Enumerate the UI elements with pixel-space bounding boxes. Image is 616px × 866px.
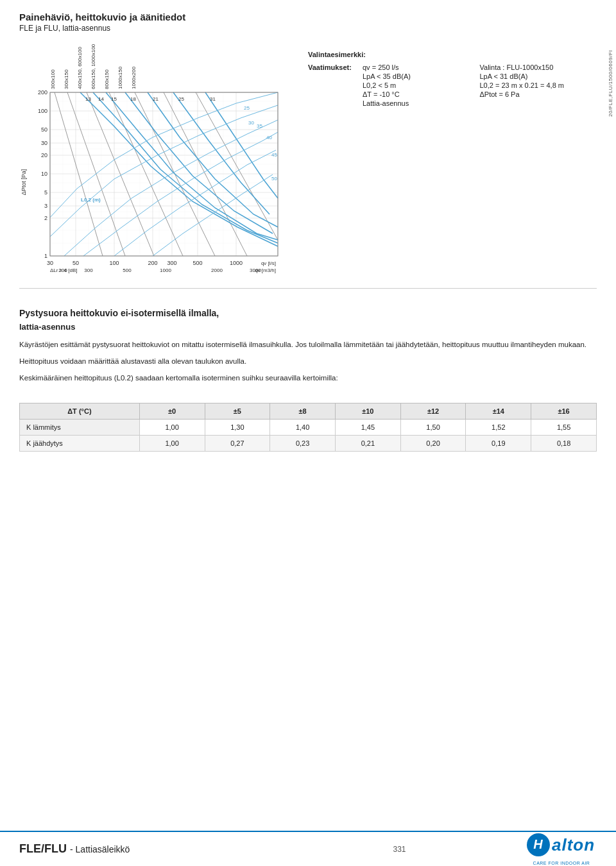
svg-text:30: 30 [248, 120, 254, 126]
lammitys-14: 1,52 [466, 420, 531, 436]
svg-text:15: 15 [111, 96, 117, 102]
k-table: ΔT (°C) ±0 ±5 ±8 ±10 ±12 ±14 ±16 K lämmi… [19, 403, 597, 452]
col-header-2: 300x150 [64, 44, 69, 89]
svg-text:qv [m3/h]: qv [m3/h] [255, 267, 276, 273]
lower-section: Pystysuora heittokuvio ei-isotermisellä … [0, 301, 616, 458]
halton-svg: H alton [526, 833, 597, 857]
section-divider [19, 288, 597, 289]
footer-logo: H alton Care FOR IndOOR AIR [526, 833, 597, 865]
page-container: 20/FLE,FLU/1500/0609/FI Painehäviö, heit… [0, 0, 616, 866]
svg-text:40: 40 [266, 135, 272, 140]
page-number: 331 [393, 845, 406, 854]
svg-text:500: 500 [123, 267, 132, 273]
table-header-14: ±14 [466, 403, 531, 420]
row-label-jaahdytys: K jäähdytys [20, 436, 140, 452]
jaahdytys-10: 0,21 [335, 436, 400, 452]
jaahdytys-5: 0,27 [205, 436, 270, 452]
req-1: qv = 250 l/s [363, 64, 480, 71]
col-header-5: 800x150 [104, 44, 110, 89]
brand-name: H alton [526, 833, 597, 861]
sel-1: Valinta : FLU-1000x150 [480, 64, 597, 71]
svg-text:13: 13 [85, 96, 91, 102]
sel-3: L0,2 = 23 m x 0.21 = 4,8 m [480, 81, 597, 89]
svg-text:30: 30 [41, 140, 47, 146]
footer-page: 331 [273, 845, 526, 854]
svg-text:300: 300 [167, 260, 176, 266]
svg-text:14: 14 [98, 96, 104, 102]
svg-text:10: 10 [41, 171, 47, 177]
lammitys-0: 1,00 [139, 420, 205, 436]
sel-2: LpA < 31 dB(A) [480, 72, 597, 80]
page-subtitle: FLE ja FLU, lattia-asennus [19, 24, 597, 33]
page-title: Painehäviö, heittokuvio ja äänitiedot [19, 12, 597, 22]
svg-text:21: 21 [153, 96, 158, 102]
valinta-col: Valinta : FLU-1000x150 LpA < 31 dB(A) L0… [480, 64, 597, 108]
chart-area: 300x100 300x150 400x150, 600x100 600x150… [19, 38, 289, 275]
svg-text:1: 1 [44, 253, 47, 259]
col-header-4: 600x150, 1000x100 [90, 44, 96, 89]
req-4: ΔT = -10 °C [363, 90, 480, 98]
sel-4: ΔPtot = 6 Pa [480, 90, 597, 98]
svg-text:45: 45 [271, 152, 277, 158]
lammitys-5: 1,30 [205, 420, 270, 436]
brand-tagline: Care FOR IndOOR AIR [533, 861, 590, 865]
lower-para-3: Keskimääräinen heittopituus (L0.2) saada… [19, 373, 597, 384]
footer-product: FLE/FLU - Lattiasäleikkö [19, 842, 273, 856]
vaatimukset-label: Vaatimukset: [308, 64, 363, 108]
svg-text:ΔLr = 4 [dB]: ΔLr = 4 [dB] [50, 267, 77, 273]
lammitys-10: 1,45 [335, 420, 400, 436]
jaahdytys-12: 0,20 [400, 436, 466, 452]
row-label-lammitys: K lämmitys [20, 420, 140, 436]
svg-text:qv [l/s]: qv [l/s] [261, 260, 276, 266]
col-header-3: 400x150, 600x100 [77, 44, 83, 89]
req-2: LpA < 35 dB(A) [363, 72, 480, 80]
product-code: FLE/FLU [19, 842, 67, 855]
chart-svg-container: 200 100 50 30 20 10 5 3 2 1 ΔPtot [Pa] [19, 89, 289, 275]
lower-para-1: Käyrästöjen esittämät pystysuorat heitto… [19, 339, 597, 351]
jaahdytys-14: 0,19 [466, 436, 531, 452]
col-header-6: 1000x150 [117, 44, 123, 89]
req-5: Lattia-asennus [363, 99, 480, 107]
svg-text:50: 50 [271, 176, 277, 182]
col-headers: 300x100 300x150 400x150, 600x100 600x150… [19, 38, 289, 89]
col-header-7: 1000x200 [131, 44, 137, 89]
table-header-16: ±16 [531, 403, 597, 420]
table-header-12: ±12 [400, 403, 466, 420]
svg-text:50: 50 [41, 126, 47, 133]
lower-para-2: Heittopituus voidaan määrittää alustavas… [19, 356, 597, 368]
svg-text:2: 2 [44, 215, 47, 221]
svg-text:ΔPtot [Pa]: ΔPtot [Pa] [21, 169, 27, 196]
svg-text:5: 5 [44, 189, 47, 196]
svg-text:300: 300 [84, 267, 93, 273]
req-3: L0,2 < 5 m [363, 81, 480, 89]
table-header-dt: ΔT (°C) [20, 403, 140, 420]
svg-text:31: 31 [210, 96, 216, 102]
svg-text:30: 30 [47, 260, 53, 266]
doc-id-vertical: 20/FLE,FLU/1500/0609/FI [604, 0, 616, 167]
table-header-5: ±5 [205, 403, 270, 420]
product-description: - Lattiasäleikkö [70, 844, 130, 854]
table-header-10: ±10 [335, 403, 400, 420]
table-header-8: ±8 [270, 403, 336, 420]
lammitys-8: 1,40 [270, 420, 336, 436]
svg-text:L0,2 (m): L0,2 (m) [81, 197, 101, 203]
lower-subtitle: lattia-asennus [19, 322, 597, 332]
jaahdytys-8: 0,23 [270, 436, 336, 452]
table-header-0: ±0 [139, 403, 205, 420]
svg-text:50: 50 [73, 260, 79, 266]
table-row-jaahdytys: K jäähdytys 1,00 0,27 0,23 0,21 0,20 0,1… [20, 436, 597, 452]
jaahdytys-16: 0,18 [531, 436, 597, 452]
main-content: 300x100 300x150 400x150, 600x100 600x150… [0, 38, 616, 275]
svg-text:25: 25 [178, 96, 184, 102]
svg-text:3: 3 [44, 203, 47, 209]
svg-text:200: 200 [148, 260, 157, 266]
header: Painehäviö, heittokuvio ja äänitiedot FL… [0, 0, 616, 38]
halton-logo: H alton Care FOR IndOOR AIR [526, 833, 597, 865]
svg-text:500: 500 [193, 260, 202, 266]
svg-text:20: 20 [41, 152, 47, 158]
svg-text:18: 18 [130, 96, 136, 102]
svg-text:1000: 1000 [230, 260, 243, 266]
table-row-lammitys: K lämmitys 1,00 1,30 1,40 1,45 1,50 1,52… [20, 420, 597, 436]
svg-text:35: 35 [257, 123, 262, 129]
lammitys-12: 1,50 [400, 420, 466, 436]
